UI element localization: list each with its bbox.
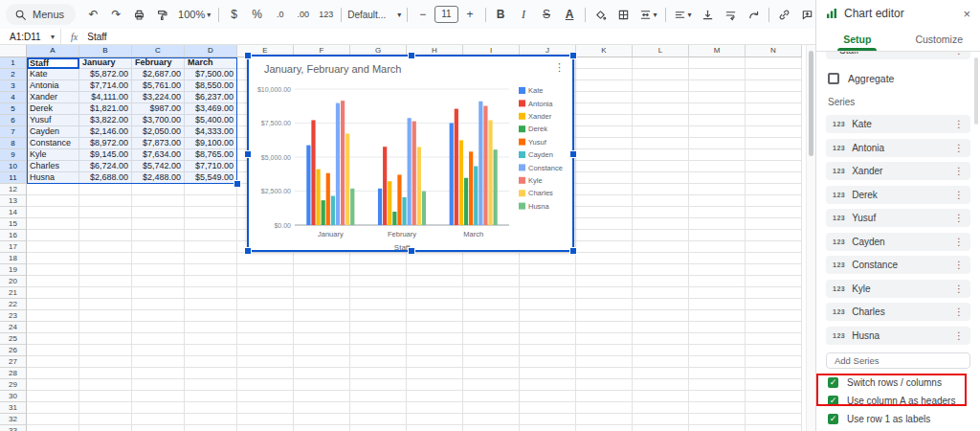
chart-resize-handle[interactable] [244,150,252,158]
cell[interactable]: Charles [27,161,79,172]
cell[interactable] [132,184,185,195]
cell[interactable] [294,345,350,356]
cell[interactable] [294,310,350,322]
decrease-font-size-button[interactable]: − [412,4,434,25]
cell[interactable] [689,241,746,253]
cell[interactable] [237,333,294,345]
format-currency-button[interactable]: $ [223,4,245,25]
cell[interactable] [633,161,689,172]
cell[interactable] [520,356,576,368]
cell[interactable] [79,368,132,379]
cell[interactable] [633,402,689,414]
cell[interactable] [633,299,689,310]
cell[interactable] [746,414,802,425]
tab-setup[interactable]: Setup [816,27,899,51]
cell[interactable] [520,379,576,391]
cell[interactable] [633,368,689,379]
cell[interactable] [185,276,237,287]
cell[interactable] [746,379,802,391]
cell[interactable] [746,299,802,310]
cell[interactable] [185,264,237,276]
cell[interactable] [79,253,132,264]
cell[interactable] [79,241,132,253]
cell[interactable] [746,322,802,333]
cell[interactable]: $987.00 [132,103,185,115]
cell[interactable] [185,195,237,207]
cell[interactable] [633,115,689,126]
cell[interactable] [132,253,185,264]
cell[interactable] [689,276,746,287]
cell[interactable] [689,207,746,218]
cell[interactable] [27,184,79,195]
cell[interactable] [576,310,633,322]
row-header[interactable]: 12 [0,184,27,195]
cell[interactable] [746,276,802,287]
cell[interactable] [746,126,802,138]
cell[interactable] [185,253,237,264]
cell[interactable] [407,356,463,368]
print-button[interactable] [128,4,150,25]
cell[interactable] [27,230,79,241]
cell[interactable] [237,402,294,414]
aggregate-checkbox[interactable] [828,73,839,84]
cell[interactable] [79,322,132,333]
cell[interactable] [185,356,237,368]
cell[interactable] [185,322,237,333]
cell[interactable] [27,425,79,431]
cell[interactable] [689,253,746,264]
series-row[interactable]: 123Charles⋮ [826,303,970,321]
cell[interactable] [407,425,463,431]
cell[interactable] [633,172,689,184]
cell[interactable] [689,149,746,161]
cell[interactable] [746,172,802,184]
cell[interactable] [633,92,689,103]
row-header[interactable]: 17 [0,241,27,253]
checkbox[interactable]: ✓ [828,414,838,424]
cell[interactable] [132,218,185,230]
cell[interactable] [576,195,633,207]
row-header[interactable]: 30 [0,391,27,402]
cell[interactable]: Husna [27,172,79,184]
grid-scrollbar[interactable] [806,45,815,431]
format-percent-button[interactable]: % [246,4,268,25]
cell[interactable] [576,333,633,345]
series-row[interactable]: 123Kyle⋮ [826,280,970,298]
cell[interactable]: $7,710.00 [185,161,237,172]
cell[interactable]: $3,469.00 [185,103,237,115]
cell[interactable] [520,368,576,379]
cell[interactable] [689,391,746,402]
cell[interactable] [27,299,79,310]
cell[interactable] [746,57,802,69]
cell[interactable] [79,425,132,431]
cell[interactable] [576,184,633,195]
cell[interactable]: Antonia [27,80,79,92]
cell[interactable] [633,69,689,80]
kebab-icon[interactable]: ⋮ [954,306,964,317]
column-header[interactable]: M [689,45,746,57]
cell[interactable] [27,333,79,345]
cell[interactable] [407,287,463,299]
row-header[interactable]: 20 [0,276,27,287]
cell[interactable] [576,287,633,299]
row-header[interactable]: 31 [0,402,27,414]
cell[interactable] [350,414,407,425]
cell[interactable] [350,287,407,299]
cell[interactable] [294,322,350,333]
row-header[interactable]: 19 [0,264,27,276]
cell[interactable] [27,241,79,253]
cell[interactable] [576,402,633,414]
cell[interactable] [633,276,689,287]
cell[interactable] [79,207,132,218]
formula-input[interactable]: Staff [87,32,106,42]
text-rotation-button[interactable] [743,4,765,25]
series-row[interactable]: 123Xander⋮ [826,162,970,180]
cell[interactable] [132,264,185,276]
zoom-select[interactable]: 100%▾ [174,4,214,25]
cell[interactable] [132,414,185,425]
cell[interactable]: $2,146.00 [79,126,132,138]
series-row[interactable]: 123Cayden⋮ [826,233,970,251]
font-select[interactable]: Default...▾ [345,4,403,25]
cell[interactable] [576,322,633,333]
cell[interactable] [633,414,689,425]
cell[interactable]: $1,821.00 [79,103,132,115]
